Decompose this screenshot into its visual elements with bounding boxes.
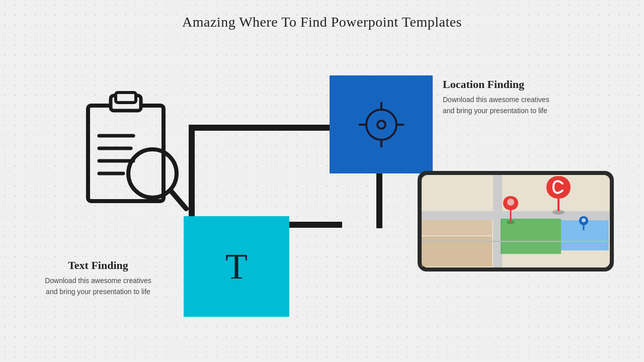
location-finding-section: Location Finding Download this awesome c…: [443, 78, 549, 117]
location-finding-heading: Location Finding: [443, 78, 549, 91]
location-finding-desc: Download this awesome creatives and brin…: [443, 94, 549, 117]
blue-square: [330, 75, 433, 173]
svg-line-8: [171, 191, 186, 209]
svg-rect-0: [88, 106, 164, 201]
teal-letter: T: [225, 246, 248, 288]
connector-line-v1: [189, 125, 195, 228]
page-title: Amazing Where To Find Powerpoint Templat…: [0, 0, 644, 30]
svg-point-9: [366, 110, 396, 140]
connector-line-h1: [189, 125, 332, 131]
svg-rect-22: [422, 220, 492, 235]
connector-line-v2: [376, 173, 382, 228]
text-finding-desc: Download this awesome creatives and brin…: [5, 275, 191, 298]
clipboard-search-icon: [78, 85, 189, 216]
main-content: T Location Finding Download this awesome…: [0, 45, 644, 357]
connector-line-h2: [287, 222, 342, 228]
map-illustration: [413, 166, 624, 277]
teal-square: T: [184, 216, 289, 317]
svg-rect-2: [116, 93, 136, 103]
svg-point-26: [507, 199, 514, 206]
text-finding-section: Text Finding Download this awesome creat…: [5, 259, 191, 298]
svg-point-10: [377, 121, 385, 129]
text-finding-heading: Text Finding: [5, 259, 191, 272]
crosshair-icon: [356, 100, 407, 150]
svg-point-28: [582, 218, 586, 222]
